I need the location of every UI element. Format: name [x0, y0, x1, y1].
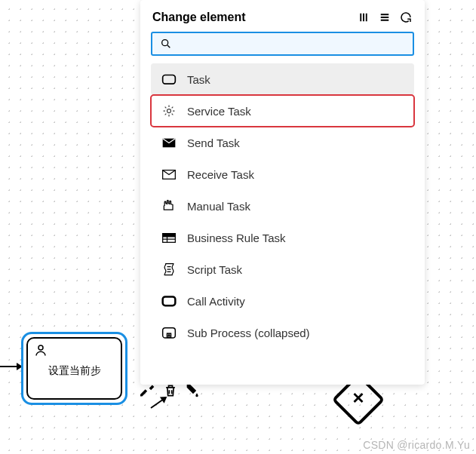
popup-header-actions [357, 11, 413, 24]
context-toolbar [140, 383, 201, 398]
search-box[interactable] [151, 32, 414, 56]
type-label: Business Rule Task [187, 232, 286, 244]
svg-point-0 [38, 345, 43, 350]
type-item-manual-task[interactable]: Manual Task [151, 190, 414, 222]
type-item-business-rule-task[interactable]: Business Rule Task [151, 222, 414, 253]
manual-task-icon [161, 199, 177, 213]
search-container [140, 32, 425, 63]
receive-task-icon [161, 167, 177, 181]
task-node-inner: 设置当前步 [26, 337, 122, 400]
type-item-service-task[interactable]: Service Task [151, 95, 414, 127]
popup-header: Change element [140, 0, 425, 32]
task-icon [161, 72, 177, 86]
type-label: Send Task [187, 137, 240, 149]
type-item-script-task[interactable]: Script Task [151, 253, 414, 285]
type-label: Sub Process (collapsed) [187, 327, 310, 339]
search-input[interactable] [178, 38, 405, 50]
type-item-send-task[interactable]: Send Task [151, 127, 414, 158]
popup-title: Change element [152, 11, 246, 24]
color-icon[interactable] [186, 383, 201, 398]
sub-process-icon [161, 326, 177, 339]
type-item-sub-process[interactable]: Sub Process (collapsed) [151, 317, 414, 348]
type-label: Manual Task [187, 200, 250, 213]
business-rule-task-icon [161, 231, 177, 244]
service-task-icon [161, 104, 177, 118]
svg-rect-7 [163, 233, 176, 236]
type-label: Call Activity [187, 295, 245, 308]
svg-point-3 [167, 109, 171, 113]
svg-rect-8 [163, 296, 176, 305]
task-label: 设置当前步 [34, 364, 115, 378]
watermark: CSDN @ricardo.M.Yu [363, 439, 470, 451]
svg-point-1 [162, 40, 168, 46]
search-icon [160, 38, 172, 50]
script-task-icon [161, 262, 177, 276]
type-label: Service Task [187, 105, 251, 118]
type-item-call-activity[interactable]: Call Activity [151, 285, 414, 317]
type-label: Receive Task [187, 168, 254, 181]
change-element-popup: Change element Task [140, 0, 425, 385]
svg-rect-2 [163, 75, 176, 84]
bpmn-task-node[interactable]: 设置当前步 [21, 332, 127, 405]
loop-marker-icon[interactable] [399, 11, 413, 24]
sequential-marker-icon[interactable] [378, 11, 392, 24]
parallel-marker-icon[interactable] [357, 11, 370, 24]
type-label: Script Task [187, 263, 242, 276]
type-list[interactable]: Task Service Task Send Task Receive Task… [140, 63, 422, 385]
type-label: Task [187, 73, 210, 86]
type-item-task[interactable]: Task [151, 63, 414, 95]
send-task-icon [161, 136, 177, 149]
call-activity-icon [161, 294, 177, 308]
user-icon [34, 343, 48, 357]
incoming-flow-arrow [0, 366, 21, 367]
wrench-icon[interactable] [140, 383, 155, 398]
type-item-receive-task[interactable]: Receive Task [151, 158, 414, 190]
gateway-x-icon [350, 388, 367, 412]
